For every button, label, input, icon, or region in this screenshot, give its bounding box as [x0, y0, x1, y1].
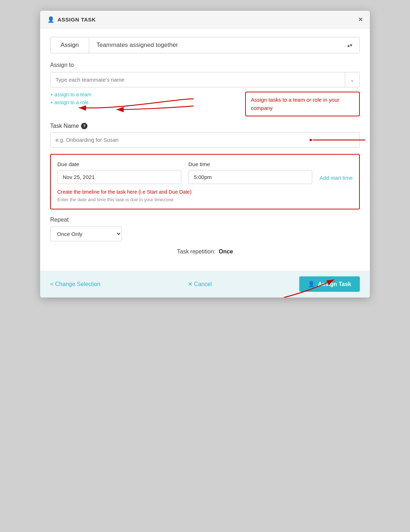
modal-title-text: ASSIGN TASK — [58, 16, 96, 23]
links-col: + assign to a team + assign to a role — [50, 92, 91, 105]
assign-task-modal: 👤 ASSIGN TASK × Assign Teammates assigne… — [40, 11, 370, 298]
due-date-input[interactable] — [57, 170, 181, 184]
task-name-section: Task Name ? — [50, 123, 360, 147]
task-repetition-value: Once — [219, 248, 233, 255]
arrow-assign-annotation — [277, 272, 348, 298]
due-date-label: Due date — [57, 161, 181, 167]
help-icon[interactable]: ? — [81, 123, 87, 129]
tab-teammates-label: Teammates assigned together — [96, 42, 178, 49]
sort-icon: ▴▾ — [347, 42, 352, 48]
due-row: Due date Due time Add start time — [57, 161, 353, 184]
repeat-label: Repeat — [50, 217, 360, 223]
assign-to-label: Assign to — [50, 62, 360, 68]
modal-body: Assign Teammates assigned together ▴▾ As… — [40, 28, 370, 271]
due-date-col: Due date — [57, 161, 181, 184]
task-name-label: Task Name ? — [50, 123, 360, 129]
assign-to-role-button[interactable]: + assign to a role — [50, 100, 91, 105]
arrow-taskname-annotation — [310, 135, 367, 145]
due-time-col: Due time — [189, 161, 313, 184]
modal-title: 👤 ASSIGN TASK — [47, 16, 96, 23]
repeat-section: Repeat Once Only Daily Weekly Monthly Ye… — [50, 217, 360, 241]
cancel-button[interactable]: ✕ Cancel — [188, 281, 212, 287]
add-start-time-button[interactable]: Add start time — [319, 161, 353, 184]
assign-to-input-wrap: ⌄ — [50, 72, 360, 87]
task-repetition-label: Task repetition: — [177, 248, 216, 255]
due-callout-text: Create the timeline for the task here (i… — [57, 189, 353, 195]
task-name-label-text: Task Name — [50, 123, 79, 129]
tab-assign[interactable]: Assign — [51, 37, 89, 53]
user-icon: 👤 — [47, 16, 55, 23]
tab-teammates[interactable]: Teammates assigned together ▴▾ — [89, 37, 359, 53]
callout-text: Assign tasks to a team or role in your c… — [251, 96, 354, 112]
assign-callout-box: Assign tasks to a team or role in your c… — [245, 92, 360, 116]
tab-row: Assign Teammates assigned together ▴▾ — [50, 37, 360, 53]
change-selection-button[interactable]: < Change Selection — [50, 281, 100, 287]
assign-to-input[interactable] — [51, 72, 345, 87]
modal-header: 👤 ASSIGN TASK × — [40, 11, 370, 28]
due-section: Due date Due time Add start time Create … — [50, 154, 360, 209]
due-time-label: Due time — [189, 161, 313, 167]
due-helper-text: Enter the date and time this task is due… — [57, 197, 353, 202]
repeat-select[interactable]: Once Only Daily Weekly Monthly Yearly — [50, 227, 122, 241]
modal-footer: < Change Selection ✕ Cancel 👤 Assign Tas… — [40, 271, 370, 298]
due-time-input[interactable] — [189, 170, 313, 184]
dropdown-arrow-icon[interactable]: ⌄ — [345, 72, 359, 87]
assign-to-team-button[interactable]: + assign to a team — [50, 92, 91, 97]
task-repetition-info: Task repetition: Once — [50, 248, 360, 255]
links-callout-area: + assign to a team + assign to a role As… — [50, 92, 360, 116]
close-button[interactable]: × — [358, 16, 363, 23]
